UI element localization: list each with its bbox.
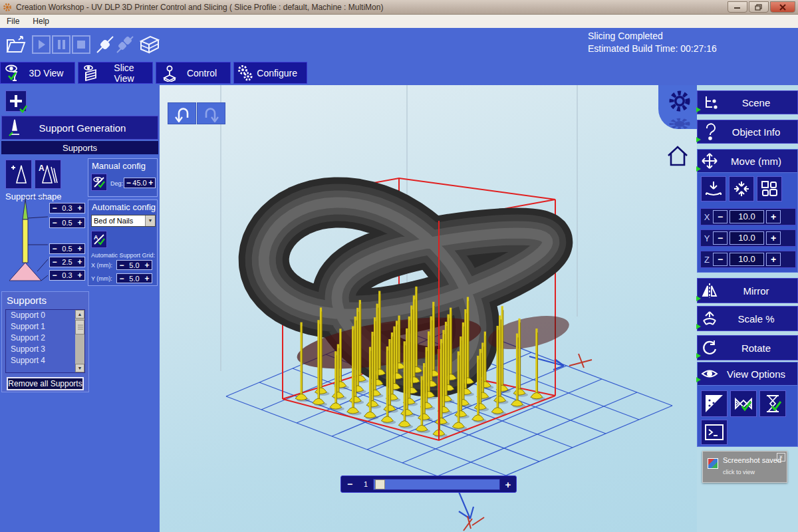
redo-button[interactable] [197, 102, 225, 124]
show-supports-button[interactable] [730, 390, 757, 417]
grid-y-stepper[interactable]: − 5.0 + [116, 273, 152, 283]
view-options-header[interactable]: View Options [697, 362, 798, 386]
scroll-down-icon[interactable]: ▼ [75, 364, 84, 372]
alpha-blend-button[interactable] [701, 390, 728, 417]
grid-x-stepper[interactable]: − 5.0 + [116, 260, 152, 270]
grid-y-label: Y (mm): [91, 275, 112, 282]
auto-supports-button[interactable]: A [35, 160, 61, 189]
view-settings-tab[interactable] [658, 85, 697, 129]
shaft-stepper[interactable]: − 0.5 + [49, 243, 85, 254]
y-minus-button[interactable]: − [713, 231, 728, 245]
z-plus-button[interactable]: + [766, 253, 781, 266]
notification-subtitle[interactable]: click to view [723, 469, 755, 475]
list-item[interactable]: Support 4 [6, 355, 84, 366]
disconnect-button[interactable] [114, 33, 136, 56]
object-info-section-header[interactable]: Object Info [697, 120, 798, 144]
close-button[interactable] [770, 1, 795, 13]
plus-button[interactable]: + [75, 244, 84, 253]
tip-top-stepper[interactable]: − 0.3 + [49, 203, 85, 213]
pause-button[interactable] [51, 33, 72, 56]
slice-view-icon [78, 65, 105, 82]
open-file-button[interactable] [5, 33, 27, 56]
restore-button[interactable] [749, 1, 769, 13]
play-button[interactable] [31, 33, 52, 56]
viewport-3d[interactable]: − 1 + [160, 85, 697, 532]
tab-configure[interactable]: Configure [233, 62, 307, 84]
tab-slice-view[interactable]: Slice View [78, 62, 153, 84]
minus-button[interactable]: − [50, 203, 59, 213]
add-support-button[interactable] [5, 160, 32, 189]
list-scrollbar[interactable]: ▲ ▼ [75, 310, 84, 372]
plus-button[interactable]: + [142, 274, 152, 283]
minus-button[interactable]: − [117, 274, 126, 283]
viewport-3d-scene[interactable] [160, 85, 697, 532]
scale-section-header[interactable]: Scale % [697, 306, 798, 331]
center-object-button[interactable] [729, 176, 754, 201]
minus-button[interactable]: − [117, 261, 126, 270]
minimize-button[interactable] [728, 1, 747, 13]
plus-button[interactable]: + [147, 178, 155, 188]
list-item[interactable]: Support 3 [6, 344, 84, 355]
chevron-down-icon[interactable]: ▼ [145, 215, 155, 226]
list-item[interactable]: Support 2 [6, 332, 84, 344]
menu-file[interactable]: File [0, 17, 26, 26]
show-model-button[interactable] [759, 390, 786, 417]
rotate-section-label: Rotate [722, 342, 797, 354]
scroll-up-icon[interactable]: ▲ [75, 310, 84, 319]
slice-button[interactable] [138, 33, 160, 56]
mirror-section-header[interactable]: Mirror [697, 278, 798, 303]
plus-button[interactable]: + [75, 257, 84, 267]
scrollbar-thumb[interactable] [75, 320, 84, 334]
plus-button[interactable]: + [75, 203, 84, 213]
base-radius-stepper[interactable]: − 0.3 + [49, 270, 85, 281]
support-style-dropdown[interactable]: Bed of Nails ▼ [91, 215, 156, 227]
drop-to-platform-button[interactable] [701, 176, 726, 201]
remove-all-supports-button[interactable]: Remove all Supports [7, 377, 84, 390]
move-section-header[interactable]: Move (mm) [697, 149, 798, 173]
plus-button[interactable]: + [75, 218, 84, 227]
slider-minus-button[interactable]: − [341, 479, 358, 489]
menu-help[interactable]: Help [26, 17, 56, 26]
expander-icon [696, 296, 701, 301]
minus-button[interactable]: − [50, 257, 59, 267]
z-minus-button[interactable]: − [713, 253, 728, 266]
minus-button[interactable]: − [50, 271, 59, 280]
add-model-button[interactable] [5, 90, 27, 112]
auto-support-generate-button[interactable]: A [91, 231, 107, 248]
undo-button[interactable] [168, 102, 196, 124]
list-item[interactable]: Support 0 [6, 310, 84, 321]
notification-close-icon[interactable]: × [777, 453, 785, 462]
layer-slider[interactable]: − 1 + [340, 475, 517, 493]
center-icon [732, 180, 751, 198]
tab-3d-view[interactable]: 3D View [0, 62, 75, 84]
connect-button[interactable] [94, 33, 116, 56]
slider-thumb[interactable] [375, 479, 385, 489]
x-plus-button[interactable]: + [766, 210, 781, 223]
minus-button[interactable]: − [50, 218, 59, 227]
manual-support-mode-button[interactable] [91, 174, 107, 191]
tab-control[interactable]: Control [156, 62, 231, 84]
rotate-section-header[interactable]: Rotate [697, 335, 798, 360]
list-item[interactable]: Support 1 [6, 321, 84, 332]
base-length-stepper[interactable]: − 2.5 + [49, 257, 85, 267]
home-view-button[interactable] [665, 142, 690, 169]
slider-plus-button[interactable]: + [500, 479, 516, 490]
scene-section-header[interactable]: Scene [697, 90, 798, 114]
plus-button[interactable]: + [75, 271, 84, 280]
tip-length-stepper[interactable]: − 0.5 + [49, 217, 85, 228]
z-value: 10.0 [730, 253, 764, 266]
screenshot-notification[interactable]: Screenshot saved click to view × [702, 451, 787, 483]
arrange-objects-button[interactable] [757, 176, 782, 201]
angle-stepper[interactable]: − 45.0 + [124, 178, 156, 188]
grid-y-value: 5.0 [126, 275, 142, 283]
minus-button[interactable]: − [50, 244, 59, 253]
plus-button[interactable]: + [142, 261, 152, 270]
x-minus-button[interactable]: − [713, 210, 728, 223]
y-plus-button[interactable]: + [766, 231, 781, 245]
supports-listbox[interactable]: Support 0 Support 1 Support 2 Support 3 … [5, 309, 85, 373]
console-button[interactable] [701, 420, 728, 445]
stop-button[interactable] [70, 33, 92, 56]
slider-track[interactable] [373, 479, 500, 490]
minus-button[interactable]: − [124, 178, 132, 188]
support-generation-header[interactable]: Support Generation [1, 116, 158, 140]
